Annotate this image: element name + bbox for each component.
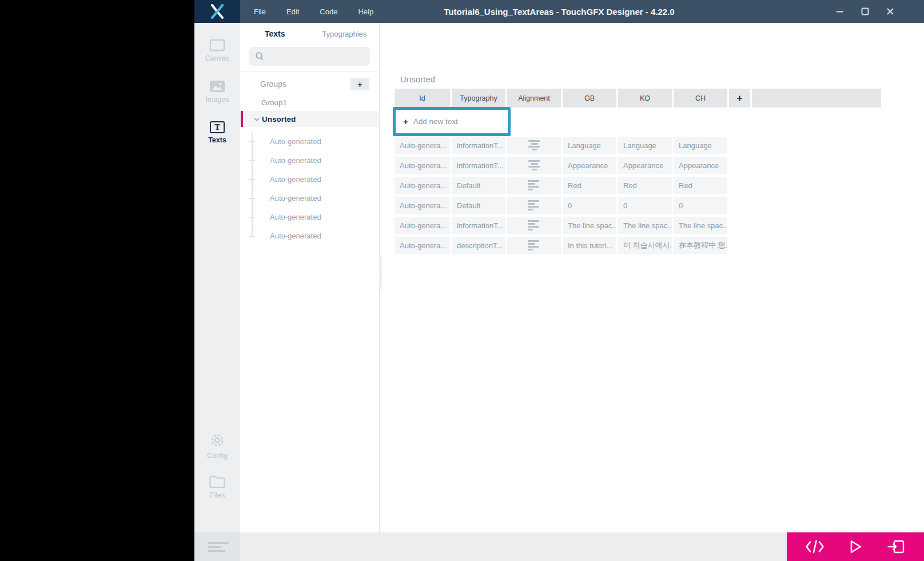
cell-ko[interactable]: Appearance [618,157,672,174]
tree-tick [249,217,255,218]
cell-ch[interactable]: Red [674,177,727,194]
tree-tick [249,198,255,199]
cell-typography[interactable]: informationT... [452,217,505,234]
tree-item-label: Auto-generated [270,213,321,221]
cell-ch[interactable]: 0 [674,197,727,214]
texts-tree: Auto-generated Auto-generated Auto-gener… [240,132,379,245]
cell-alignment[interactable] [507,197,561,214]
cell-gb[interactable]: Language [563,137,616,154]
cell-gb[interactable]: Red [563,177,616,194]
cell-id[interactable]: Auto-genera... [395,137,450,154]
cell-ko[interactable]: 0 [618,197,672,214]
cell-typography[interactable]: Default [452,197,505,214]
chevron-down-icon [254,117,260,121]
code-icon [805,539,825,554]
cell-id[interactable]: Auto-genera... [395,197,450,214]
main-content: Unsorted Id Typography Alignment GB KO C… [382,23,924,532]
minimize-icon [835,7,845,16]
menu-edit[interactable]: Edit [278,4,307,19]
cell-typography[interactable]: informationT... [452,137,505,154]
sidebar-item-files[interactable]: Files [194,466,240,507]
cell-ko[interactable]: 이 자습서에서... [618,237,672,254]
add-new-text-button[interactable]: + Add new text [393,107,511,136]
maximize-button[interactable] [857,3,874,20]
tab-texts[interactable]: Texts [240,29,310,38]
cell-id[interactable]: Auto-genera... [395,157,450,174]
table-row[interactable]: Auto-genera... informationT... Appearanc… [395,157,881,174]
menu-file[interactable]: File [246,4,274,19]
sidebar-item-texts[interactable]: T Texts [194,112,240,153]
search-box[interactable] [249,47,370,66]
log-lines-icon [208,542,229,544]
tree-item[interactable]: Auto-generated [240,132,379,151]
cell-typography[interactable]: descriptionT... [452,237,505,254]
table-row[interactable]: Auto-genera... informationT... The line … [395,217,881,234]
sidebar-item-config[interactable]: Config [194,425,240,466]
sidebar-item-canvas[interactable]: Canvas [194,30,240,71]
cell-alignment[interactable] [507,217,561,234]
log-toggle-button[interactable] [194,532,240,561]
cell-id[interactable]: Auto-genera... [395,237,450,254]
table-row[interactable]: Auto-genera... informationT... Language … [395,137,881,154]
logo-x-icon [208,4,226,19]
cell-ch[interactable]: 在本教程中 您... [674,237,727,254]
tree-tick [249,160,255,161]
cell-ch[interactable]: The line spac... [674,217,727,234]
search-input[interactable] [268,52,365,61]
sidebar-item-images[interactable]: Images [194,71,240,112]
cell-typography[interactable]: Default [452,177,505,194]
add-new-text-label: Add new text [413,117,458,126]
action-bar [787,532,924,561]
minimize-button[interactable] [831,3,849,20]
table-header: Id Typography Alignment GB KO CH + [395,89,881,108]
table-row[interactable]: Auto-genera... descriptionT... In this t… [395,237,881,254]
cell-alignment[interactable] [507,137,561,154]
cell-gb[interactable]: The line spac... [563,217,616,234]
cell-alignment[interactable] [507,177,561,194]
cell-ko[interactable]: The line spac... [618,217,672,234]
cell-alignment[interactable] [507,157,561,174]
cell-alignment[interactable] [507,237,561,254]
tree-item[interactable]: Auto-generated [240,170,379,189]
group-label: Unsorted [262,115,296,124]
col-header-ch[interactable]: CH [674,89,727,108]
col-header-gb[interactable]: GB [563,89,616,108]
col-header-alignment[interactable]: Alignment [507,89,561,108]
cell-typography[interactable]: informationT... [452,157,505,174]
col-header-id[interactable]: Id [395,89,450,108]
tree-item[interactable]: Auto-generated [240,208,379,226]
tree-item[interactable]: Auto-generated [240,226,379,245]
close-button[interactable] [882,3,899,20]
add-group-button[interactable]: + [351,78,369,90]
tree-item-label: Auto-generated [270,137,321,146]
menu-code[interactable]: Code [312,4,345,19]
group-item-unsorted[interactable]: Unsorted [240,111,379,127]
cell-ch[interactable]: Language [674,137,727,154]
sidebar-item-label: Texts [208,136,226,144]
run-simulator-button[interactable] [842,535,869,558]
table-row[interactable]: Auto-genera... Default Red Red Red [395,177,881,194]
add-language-button[interactable]: + [729,89,750,108]
group-item-group1[interactable]: Group1 [240,94,379,111]
cell-ko[interactable]: Red [618,177,672,194]
tab-typographies[interactable]: Typographies [310,30,380,38]
cell-gb[interactable]: In this tutori... [563,237,616,254]
add-new-text-row: + Add new text [395,109,881,137]
menu-help[interactable]: Help [350,4,381,19]
plus-icon: + [403,117,408,126]
table-row[interactable]: Auto-genera... Default 0 0 0 [395,197,881,214]
texts-icon: T [210,121,225,133]
touchgfx-logo [194,0,240,23]
run-target-button[interactable] [883,535,909,558]
generate-code-button[interactable] [802,535,828,558]
cell-ch[interactable]: Appearance [674,157,727,174]
cell-ko[interactable]: Language [618,137,672,154]
tree-item[interactable]: Auto-generated [240,189,379,208]
col-header-ko[interactable]: KO [618,89,672,108]
cell-id[interactable]: Auto-genera... [395,177,450,194]
cell-gb[interactable]: Appearance [563,157,616,174]
cell-gb[interactable]: 0 [563,197,616,214]
col-header-typography[interactable]: Typography [452,89,505,108]
cell-id[interactable]: Auto-genera... [395,217,450,234]
tree-item[interactable]: Auto-generated [240,151,379,170]
